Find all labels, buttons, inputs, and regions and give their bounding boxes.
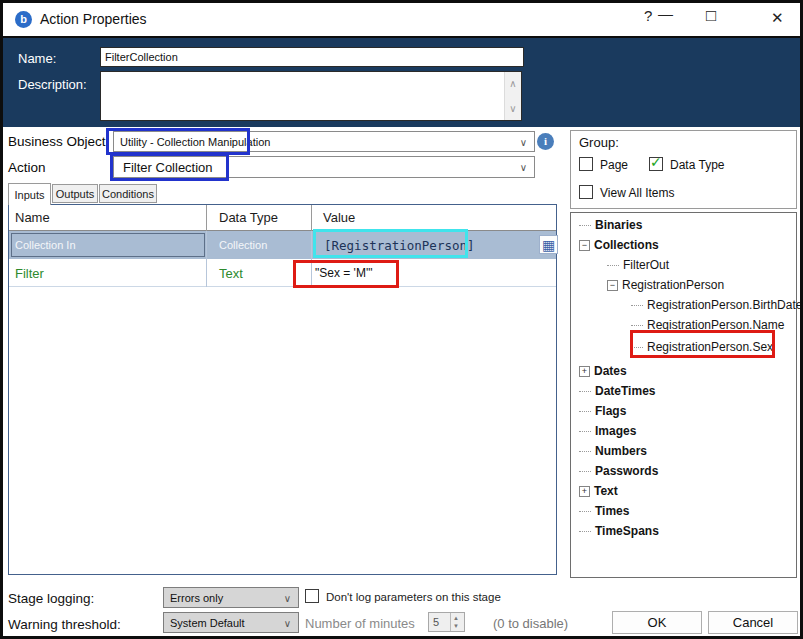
business-object-label: Business Object [8, 134, 106, 149]
disable-hint: (0 to disable) [493, 616, 568, 631]
minutes-value: 5 [433, 616, 439, 628]
chevron-down-icon: ∨ [284, 617, 291, 628]
input-value[interactable]: [RegistrationPerson] [324, 238, 475, 253]
info-icon[interactable]: i [537, 133, 554, 150]
view-all-items-checkbox[interactable] [579, 185, 593, 199]
blueprism-logo-icon: b [15, 11, 32, 28]
stepper-arrows[interactable]: ▲ ▼ [450, 613, 464, 631]
tab-conditions[interactable]: Conditions [99, 184, 157, 203]
expand-icon[interactable]: + [579, 366, 590, 377]
name-label: Name: [18, 51, 56, 66]
scroll-down-icon[interactable]: ∨ [505, 103, 521, 114]
input-data-type: Text [219, 265, 243, 280]
description-label: Description: [18, 77, 87, 92]
data-type-checkbox[interactable]: ✓ [649, 157, 663, 171]
warning-threshold-label: Warning threshold: [8, 617, 121, 632]
tree-connector [631, 305, 643, 306]
stage-logging-dropdown[interactable]: Errors only ∨ [163, 587, 299, 608]
table-row[interactable]: Collection In Collection [RegistrationPe… [9, 231, 556, 259]
name-input[interactable] [100, 47, 524, 67]
header-panel: Name: Description: ∧ ∨ [3, 38, 800, 127]
help-icon[interactable]: ? [644, 7, 652, 24]
check-icon: ✓ [650, 154, 662, 170]
tree-item-collections[interactable]: − Collections [579, 237, 659, 253]
column-header-name: Name [15, 210, 50, 225]
group-panel: Group: Page ✓ Data Type View All Items [570, 130, 797, 209]
chevron-down-icon: ∨ [520, 162, 527, 173]
tree-item-text[interactable]: + Text [579, 483, 618, 499]
tree-item-flags[interactable]: Flags [579, 403, 626, 419]
tree-item-filterout[interactable]: FilterOut [607, 257, 669, 273]
table-header: Name Data Type Value [9, 205, 556, 231]
group-title: Group: [579, 135, 619, 150]
tab-inputs[interactable]: Inputs [8, 183, 51, 205]
scroll-up-icon[interactable]: ∧ [505, 78, 521, 89]
input-name: Collection In [15, 239, 76, 251]
tree-item-registrationperson[interactable]: − RegistrationPerson [607, 277, 724, 293]
warning-threshold-value: System Default [170, 617, 245, 629]
table-row[interactable]: Filter Text "Sex = 'M'" [9, 259, 556, 287]
column-divider [206, 231, 207, 287]
tab-outputs[interactable]: Outputs [52, 184, 98, 203]
stage-logging-label: Stage logging: [8, 591, 94, 606]
tree-item-dates[interactable]: + Dates [579, 363, 627, 379]
tree-connector [631, 325, 643, 326]
description-input[interactable]: ∧ ∨ [100, 71, 522, 121]
window-title: Action Properties [40, 11, 147, 27]
tree-item-passwords[interactable]: Passwords [579, 463, 658, 479]
tree-item-registrationperson-name[interactable]: RegistrationPerson.Name [631, 317, 784, 333]
tree-item-numbers[interactable]: Numbers [579, 443, 647, 459]
tree-item-datetimes[interactable]: DateTimes [579, 383, 655, 399]
tree-connector [579, 431, 591, 432]
chevron-down-icon: ∨ [284, 592, 291, 603]
warning-threshold-dropdown[interactable]: System Default ∨ [163, 612, 299, 633]
tree-connector [607, 265, 619, 266]
tree-item-registrationperson-birthdate[interactable]: RegistrationPerson.BirthDate [631, 297, 802, 313]
minimize-icon[interactable]: — [658, 5, 673, 22]
dont-log-checkbox-label: Don't log parameters on this stage [326, 591, 501, 603]
minutes-stepper[interactable]: 5 ▲ ▼ [428, 612, 465, 632]
data-items-tree: Binaries − Collections FilterOut − Regis… [570, 212, 797, 578]
chevron-down-icon: ∨ [520, 136, 527, 147]
close-icon[interactable]: ✕ [771, 9, 784, 27]
page-checkbox-label: Page [600, 158, 628, 172]
data-type-checkbox-label: Data Type [670, 158, 724, 172]
action-label: Action [8, 160, 46, 175]
cancel-button[interactable]: Cancel [708, 611, 798, 634]
tree-connector [579, 391, 591, 392]
tree-item-times[interactable]: Times [579, 503, 629, 519]
business-object-value: Utility - Collection Manipulation [120, 136, 270, 148]
tree-item-binaries[interactable]: Binaries [579, 217, 642, 233]
expand-icon[interactable]: + [579, 486, 590, 497]
page-checkbox[interactable] [579, 157, 593, 171]
maximize-icon[interactable]: □ [706, 6, 716, 26]
column-divider [311, 205, 312, 231]
input-data-type: Collection [219, 239, 267, 251]
tree-connector [579, 451, 591, 452]
stage-logging-value: Errors only [170, 592, 223, 604]
input-name: Filter [15, 265, 44, 280]
ok-button[interactable]: OK [612, 611, 702, 634]
tree-item-registrationperson-sex[interactable]: RegistrationPerson.Sex [631, 339, 773, 355]
tree-connector [579, 225, 591, 226]
input-value[interactable]: "Sex = 'M'" [315, 266, 372, 280]
number-of-minutes-label: Number of minutes [305, 616, 415, 631]
inputs-table: Name Data Type Value Collection In Colle… [8, 204, 557, 575]
tree-connector [579, 471, 591, 472]
spinner-up-icon[interactable]: ▲ [453, 615, 459, 621]
tree-connector [631, 347, 643, 348]
description-scrollbar[interactable]: ∧ ∨ [504, 72, 521, 120]
tree-item-images[interactable]: Images [579, 423, 636, 439]
collection-viewer-icon[interactable]: ▦ [539, 235, 558, 254]
action-dropdown[interactable]: Filter Collection ∨ [113, 156, 535, 178]
tree-item-timespans[interactable]: TimeSpans [579, 523, 659, 539]
tree-connector [579, 531, 591, 532]
column-header-value: Value [323, 210, 355, 225]
column-header-data-type: Data Type [219, 210, 278, 225]
dont-log-checkbox[interactable] [305, 589, 319, 603]
spinner-down-icon[interactable]: ▼ [453, 623, 459, 629]
collapse-icon[interactable]: − [607, 280, 618, 291]
business-object-dropdown[interactable]: Utility - Collection Manipulation ∨ [113, 131, 535, 152]
collapse-icon[interactable]: − [579, 240, 590, 251]
view-all-items-checkbox-label: View All Items [600, 186, 674, 200]
